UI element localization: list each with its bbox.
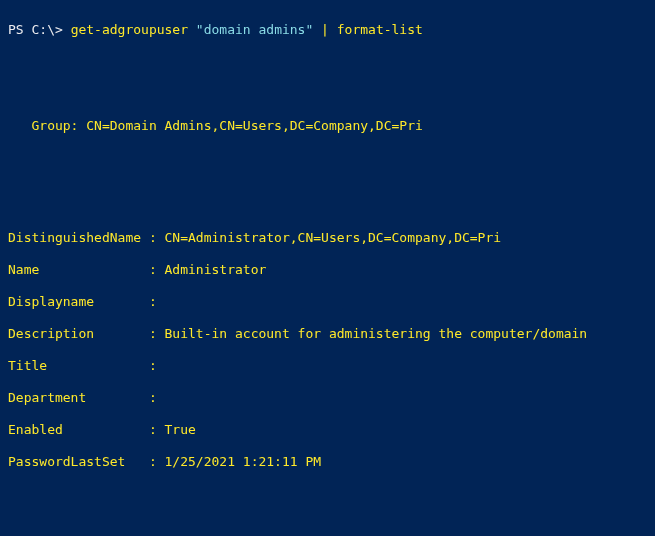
powershell-terminal[interactable]: PS C:\> get-adgroupuser "domain admins" …: [0, 0, 655, 536]
blank-line: [8, 182, 647, 198]
field-value: 1/25/2021 1:21:11 PM: [165, 454, 322, 469]
group-value: CN=Domain Admins,CN=Users,DC=Company,DC=…: [86, 118, 423, 133]
ps-prompt: PS C:\>: [8, 22, 71, 37]
group-header: Group: CN=Domain Admins,CN=Users,DC=Comp…: [8, 118, 647, 134]
blank-line: [8, 54, 647, 70]
field-label: Name :: [8, 262, 165, 277]
field-label: PasswordLastSet :: [8, 454, 165, 469]
field-label: Displayname :: [8, 294, 165, 309]
field-description: Description : Built-in account for admin…: [8, 326, 647, 342]
blank-line: [8, 502, 647, 518]
field-label: DistinguishedName :: [8, 230, 165, 245]
field-name: Name : Administrator: [8, 262, 647, 278]
field-distinguishedname: DistinguishedName : CN=Administrator,CN=…: [8, 230, 647, 246]
indent: [8, 118, 31, 133]
prompt-line: PS C:\> get-adgroupuser "domain admins" …: [8, 22, 647, 38]
field-value: Administrator: [165, 262, 267, 277]
field-title: Title :: [8, 358, 647, 374]
field-value: True: [165, 422, 196, 437]
group-label: Group:: [31, 118, 86, 133]
record: DistinguishedName : CN=Administrator,CN=…: [8, 214, 647, 486]
blank-line: [8, 86, 647, 102]
command-pipe: | format-list: [313, 22, 423, 37]
blank-line: [8, 150, 647, 166]
field-value: CN=Administrator,CN=Users,DC=Company,DC=…: [165, 230, 502, 245]
field-department: Department :: [8, 390, 647, 406]
field-label: Department :: [8, 390, 165, 405]
field-passwordlastset: PasswordLastSet : 1/25/2021 1:21:11 PM: [8, 454, 647, 470]
command-arg: "domain admins": [196, 22, 313, 37]
field-value: Built-in account for administering the c…: [165, 326, 588, 341]
field-label: Title :: [8, 358, 165, 373]
field-label: Enabled :: [8, 422, 165, 437]
field-enabled: Enabled : True: [8, 422, 647, 438]
command-part: get-adgroupuser: [71, 22, 196, 37]
field-displayname: Displayname :: [8, 294, 647, 310]
field-label: Description :: [8, 326, 165, 341]
